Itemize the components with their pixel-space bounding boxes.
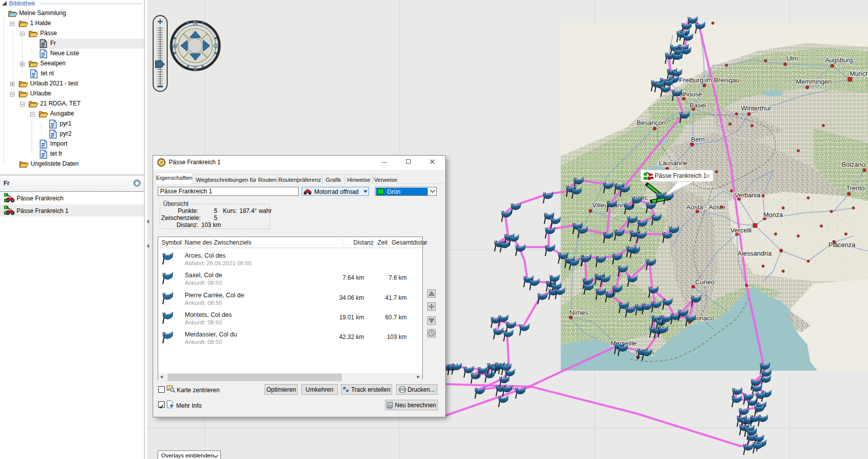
svg-text:Pässe Frankreich 1: Pässe Frankreich 1 [655, 172, 707, 179]
svg-text:Alessandria: Alessandria [737, 250, 772, 257]
svg-text:Monza: Monza [763, 211, 783, 218]
svg-text:O: O [213, 43, 218, 50]
svg-text:Verbania: Verbania [734, 191, 761, 199]
svg-text:Vercelli: Vercelli [730, 226, 752, 234]
svg-text:Augsburg: Augsburg [825, 56, 853, 64]
svg-text:W: W [172, 43, 178, 50]
svg-text:Trento: Trento [846, 184, 864, 192]
svg-text:N: N [193, 20, 198, 27]
svg-text:Lausanne: Lausanne [659, 159, 687, 167]
svg-text:Basel: Basel [690, 101, 706, 109]
svg-text:Piacenza: Piacenza [828, 241, 855, 249]
svg-text:Winterthur: Winterthur [741, 104, 772, 112]
svg-text:Bolzano: Bolzano [842, 161, 865, 168]
svg-text:Münch: Münch [849, 70, 868, 77]
svg-text:Besançon: Besançon [637, 119, 666, 127]
svg-text:Freiburg im Breisgau: Freiburg im Breisgau [679, 76, 740, 84]
svg-text:S: S [193, 65, 197, 72]
svg-text:Nîmes: Nîmes [569, 309, 588, 316]
svg-text:Memmingen: Memmingen [796, 78, 832, 85]
svg-text:Bern: Bern [691, 136, 704, 143]
svg-text:Ulm: Ulm [786, 55, 798, 62]
svg-text:Aosta - Aoste: Aosta - Aoste [686, 203, 725, 211]
svg-text:Cuneo: Cuneo [695, 278, 714, 286]
